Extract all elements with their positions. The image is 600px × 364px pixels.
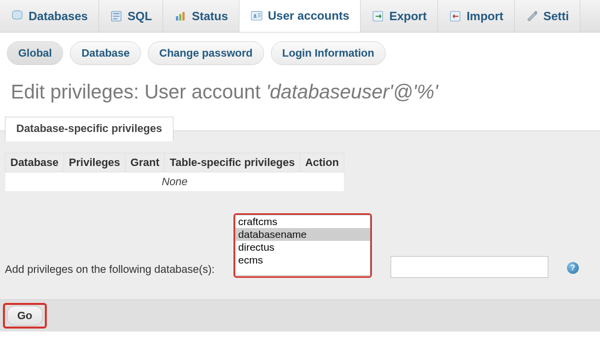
main-tab-label: Import xyxy=(467,9,503,23)
import-icon xyxy=(449,10,462,23)
main-tab-label: Status xyxy=(192,9,228,23)
privileges-table-empty-row: None xyxy=(5,172,344,192)
help-icon[interactable]: ? xyxy=(567,262,579,274)
sub-tab-logininf[interactable]: Login Information xyxy=(271,41,386,65)
main-tab-databases[interactable]: Databases xyxy=(0,0,99,32)
privileges-table-none: None xyxy=(5,172,344,192)
database-icon xyxy=(11,10,24,23)
main-tab-label: SQL xyxy=(128,9,152,23)
panel-body: DatabasePrivilegesGrantTable-specific pr… xyxy=(0,131,600,299)
privileges-col-0: Database xyxy=(5,153,64,172)
svg-rect-3 xyxy=(179,14,181,20)
page-title-user: 'databaseuser'@'%' xyxy=(266,81,438,102)
database-text-input[interactable] xyxy=(391,256,548,278)
svg-point-6 xyxy=(254,14,256,17)
privileges-table-header-row: DatabasePrivilegesGrantTable-specific pr… xyxy=(5,153,344,172)
add-privileges-row: Add privileges on the following database… xyxy=(0,206,600,285)
privileges-col-1: Privileges xyxy=(64,153,125,172)
main-tab-label: Databases xyxy=(29,9,88,23)
main-tab-users[interactable]: User accounts xyxy=(239,0,361,32)
page-title: Edit privileges: User account 'databaseu… xyxy=(0,69,600,117)
svg-rect-2 xyxy=(176,16,178,21)
sub-tab-database[interactable]: Database xyxy=(70,41,141,65)
status-icon xyxy=(174,10,187,23)
page-title-prefix: Edit privileges: User account xyxy=(11,81,266,102)
sql-icon xyxy=(110,10,123,23)
main-tabs: DatabasesSQLStatusUser accountsExportImp… xyxy=(0,0,600,33)
sub-tab-changepw[interactable]: Change password xyxy=(148,41,264,65)
go-button-highlight: Go xyxy=(3,303,47,329)
panel-tab-title: Database-specific privileges xyxy=(5,117,173,141)
main-tab-label: User accounts xyxy=(268,9,349,23)
action-bar: Go xyxy=(0,299,600,331)
sub-tabs: GlobalDatabaseChange passwordLogin Infor… xyxy=(0,33,600,69)
go-button[interactable]: Go xyxy=(7,306,43,326)
database-option[interactable]: ecms xyxy=(235,254,370,266)
main-tab-status[interactable]: Status xyxy=(163,0,239,32)
database-option[interactable]: directus xyxy=(235,241,370,254)
database-option[interactable]: databasename xyxy=(235,228,370,241)
svg-rect-5 xyxy=(251,11,262,20)
main-tab-sql[interactable]: SQL xyxy=(99,0,163,32)
main-tab-import[interactable]: Import xyxy=(438,0,515,32)
main-tab-label: Setti xyxy=(543,9,569,23)
privileges-panel: Database-specific privileges DatabasePri… xyxy=(0,131,600,299)
users-icon xyxy=(250,9,263,22)
main-tab-label: Export xyxy=(389,9,427,23)
svg-point-9 xyxy=(534,11,537,14)
database-select-highlight: craftcmsdatabasenamedirectusecms xyxy=(233,213,372,278)
privileges-table: DatabasePrivilegesGrantTable-specific pr… xyxy=(5,153,344,192)
privileges-col-2: Grant xyxy=(125,153,165,172)
main-tab-export[interactable]: Export xyxy=(361,0,438,32)
main-tab-settings[interactable]: Setti xyxy=(515,0,580,32)
settings-icon xyxy=(526,10,538,23)
add-privileges-label: Add privileges on the following database… xyxy=(5,263,215,278)
privileges-col-3: Table-specific privileges xyxy=(165,153,300,172)
export-icon xyxy=(371,10,384,23)
svg-rect-4 xyxy=(183,12,185,20)
sub-tab-global[interactable]: Global xyxy=(7,41,63,65)
database-option[interactable]: craftcms xyxy=(235,215,370,228)
database-select[interactable]: craftcmsdatabasenamedirectusecms xyxy=(235,215,370,276)
privileges-col-4: Action xyxy=(300,153,344,172)
